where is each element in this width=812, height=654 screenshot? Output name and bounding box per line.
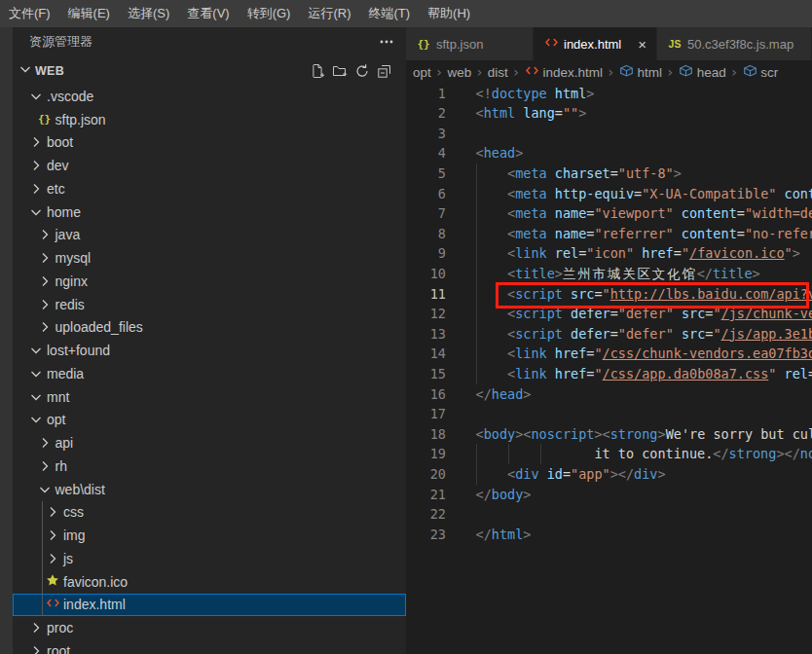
tree-item-home[interactable]: home — [13, 200, 406, 224]
json-file-icon: {} — [417, 38, 429, 51]
tree-item-img[interactable]: img — [13, 524, 406, 547]
tree-item-rh[interactable]: rh — [13, 454, 406, 478]
tree-item-.vscode[interactable]: .vscode — [13, 85, 406, 108]
menu-item-4[interactable]: 转到(G) — [239, 0, 300, 27]
code-text: <body><noscript><strong>We're sorry but … — [476, 424, 812, 445]
menu-item-5[interactable]: 运行(R) — [299, 0, 359, 27]
tree-item-css[interactable]: css — [13, 501, 406, 525]
tree-item-java[interactable]: java — [13, 224, 406, 247]
menu-item-2[interactable]: 选择(S) — [119, 0, 178, 27]
line-number: 13 — [406, 324, 446, 345]
close-icon[interactable]: × — [638, 37, 646, 52]
tree-item-mnt[interactable]: mnt — [13, 385, 406, 409]
line-number: 4 — [406, 143, 446, 164]
line-number: 8 — [406, 224, 446, 244]
chevron-down-icon — [28, 412, 44, 427]
code-line-21: 21</body> — [406, 485, 812, 505]
tree-item-label: redis — [55, 297, 85, 312]
code-line-13: 13 <script defer="defer" src="/js/app.3e… — [406, 324, 812, 345]
tree-item-label: uploaded_files — [55, 319, 143, 335]
chevron-down-icon — [28, 204, 44, 220]
breadcrumb-item-opt[interactable]: opt — [413, 65, 431, 80]
line-number: 9 — [406, 243, 446, 264]
breadcrumb-item-scr[interactable]: scr — [742, 64, 778, 80]
tree-item-js[interactable]: js — [13, 547, 406, 570]
chevron-down-icon — [18, 61, 33, 81]
refresh-icon[interactable] — [354, 63, 370, 79]
tree-item-redis[interactable]: redis — [13, 293, 406, 316]
tree-item-proc[interactable]: proc — [13, 616, 406, 639]
new-file-icon[interactable] — [310, 63, 325, 79]
collapse-all-icon[interactable] — [377, 63, 392, 79]
annotation-red-box — [496, 282, 809, 309]
menu-item-3[interactable]: 查看(V) — [178, 0, 238, 27]
tree-item-label: java — [55, 227, 81, 242]
file-icon — [45, 574, 60, 590]
breadcrumb-item-web[interactable]: web — [447, 65, 471, 80]
js-file-icon: JS — [669, 38, 682, 50]
tab-index.html[interactable]: index.html× — [534, 27, 657, 60]
explorer-title: 资源管理器 — [29, 33, 92, 51]
tree-item-label: opt — [47, 412, 65, 427]
code-text: it to continue.</strong></noscript> — [476, 444, 812, 464]
file-icon: {} — [37, 112, 53, 127]
chevron-right-icon — [45, 504, 60, 520]
tab-icon: {} — [416, 36, 431, 52]
tree-item-web-dist[interactable]: web\dist — [13, 478, 406, 501]
breadcrumb-item-dist[interactable]: dist — [488, 65, 508, 80]
code-line-19: 19 it to continue.</strong></noscript> — [406, 444, 812, 464]
tree-item-nginx[interactable]: nginx — [13, 270, 406, 293]
menu-item-7[interactable]: 帮助(H) — [419, 0, 479, 27]
tree-item-api[interactable]: api — [13, 431, 406, 454]
line-number: 12 — [406, 304, 446, 324]
code-text: <meta name="viewport" content="width=dev… — [476, 203, 812, 224]
tree-item-label: boot — [47, 134, 73, 150]
line-number: 3 — [406, 124, 446, 144]
menu-item-1[interactable]: 编辑(E) — [59, 0, 119, 27]
tree-item-boot[interactable]: boot — [13, 131, 406, 155]
html-file-icon — [46, 596, 60, 613]
tab-50.c3ef3f8c.js.map[interactable]: JS50.c3ef3f8c.js.map — [657, 27, 812, 60]
tree-item-opt[interactable]: opt — [13, 409, 406, 432]
line-number: 14 — [406, 344, 446, 364]
code-text: </head> — [476, 384, 532, 405]
tree-item-favicon.ico[interactable]: favicon.ico — [13, 570, 406, 594]
code-line-9: 9 <link rel="icon" href="/favicon.ico"> — [406, 243, 812, 264]
chevron-right-icon — [37, 435, 53, 451]
tree-item-label: .vscode — [47, 89, 93, 104]
code-text: <html lang=""> — [476, 103, 587, 124]
line-number: 7 — [406, 203, 446, 224]
tree-item-label: mysql — [55, 250, 92, 266]
menu-item-0[interactable]: 文件(F) — [0, 0, 59, 27]
breadcrumb-item-html[interactable]: html — [619, 64, 663, 80]
breadcrumb-item-index.html[interactable]: index.html — [524, 64, 603, 80]
line-number: 10 — [406, 264, 446, 284]
more-actions-icon[interactable] — [379, 34, 394, 50]
tree-item-index.html[interactable]: index.html — [13, 594, 406, 617]
tree-item-uploaded_files[interactable]: uploaded_files — [13, 316, 406, 340]
line-number: 15 — [406, 364, 446, 384]
new-folder-icon[interactable] — [332, 63, 348, 79]
code-line-22: 22 — [406, 504, 812, 525]
explorer-sidebar: 资源管理器 WEB .vscode{}sftp.jsonbootdevetcho… — [13, 27, 406, 654]
menu-item-6[interactable]: 终端(T) — [359, 0, 419, 27]
chevron-down-icon — [28, 389, 44, 405]
tree-item-label: favicon.ico — [63, 574, 128, 590]
tree-item-dev[interactable]: dev — [13, 154, 406, 177]
tree-item-label: root — [47, 643, 70, 654]
tree-item-sftp.json[interactable]: {}sftp.json — [13, 108, 406, 131]
tree-item-etc[interactable]: etc — [13, 177, 406, 200]
tree-item-root[interactable]: root — [13, 639, 406, 654]
tree-item-media[interactable]: media — [13, 362, 406, 385]
breadcrumb[interactable]: opt›web›dist›index.html›html›head›scr — [406, 60, 812, 84]
breadcrumb-item-head[interactable]: head — [679, 64, 726, 80]
html-file-icon — [544, 35, 559, 53]
tree-item-lost+found[interactable]: lost+found — [13, 339, 406, 362]
tree-item-label: etc — [47, 181, 65, 197]
chevron-right-icon — [37, 297, 53, 312]
chevron-right-icon — [45, 551, 60, 566]
tab-sftp.json[interactable]: {}sftp.json — [406, 27, 534, 60]
tree-item-mysql[interactable]: mysql — [13, 246, 406, 270]
title-bar: 文件(F)编辑(E)选择(S)查看(V)转到(G)运行(R)终端(T)帮助(H) — [0, 0, 812, 27]
html-file-icon — [525, 63, 539, 81]
